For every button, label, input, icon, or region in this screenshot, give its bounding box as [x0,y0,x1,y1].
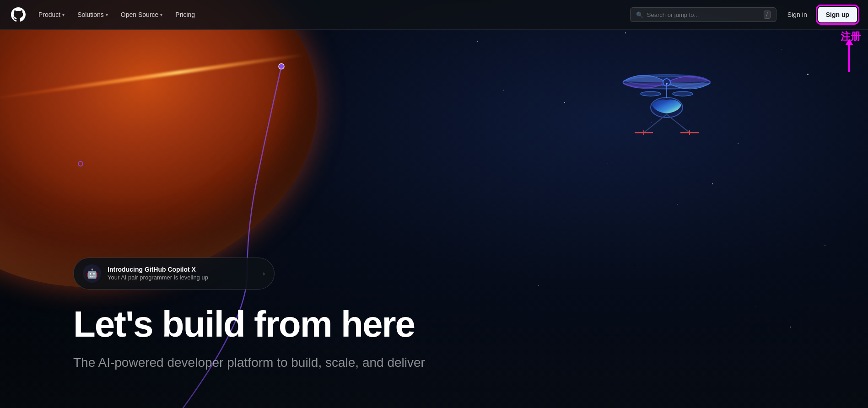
copilot-banner[interactable]: 🤖 Introducing GitHub Copilot X Your AI p… [73,258,275,290]
search-icon: 🔍 [636,11,643,18]
copilot-text: Introducing GitHub Copilot X Your AI pai… [108,266,256,281]
signin-button[interactable]: Sign in [782,7,813,22]
copilot-title: Introducing GitHub Copilot X [108,266,256,273]
svg-line-8 [644,114,667,133]
svg-point-17 [666,83,668,85]
nav-right: 🔍 / Sign in Sign up [630,7,857,22]
nav-product-label: Product [38,11,60,18]
nav-solutions-label: Solutions [77,11,104,18]
svg-point-15 [673,91,693,96]
nav-opensource-label: Open Source [121,11,159,18]
nav-pricing[interactable]: Pricing [170,7,200,22]
copilot-subtitle: Your AI pair programmer is leveling up [108,274,256,281]
svg-point-14 [641,91,661,96]
nav-product[interactable]: Product ▾ [33,7,70,22]
hero-content: 🤖 Introducing GitHub Copilot X Your AI p… [73,258,425,371]
hero-subheading: The AI-powered developer platform to bui… [73,354,425,371]
nav-opensource[interactable]: Open Source ▾ [115,7,168,22]
search-input[interactable] [647,11,760,18]
github-logo[interactable] [11,7,26,22]
annotation-arrow [848,44,850,72]
copilot-chevron-icon: › [263,270,265,277]
nav-solutions-chevron: ▾ [106,12,108,17]
hero-heading: Let's build from here [73,304,425,344]
drone-illustration [603,55,731,156]
signup-button[interactable]: Sign up [818,7,857,22]
annotation-overlay: 注册 [841,30,861,72]
nav-opensource-chevron: ▾ [160,12,162,17]
copilot-icon: 🤖 [83,264,101,283]
search-shortcut: / [764,11,771,19]
svg-line-9 [667,114,690,133]
nav-product-chevron: ▾ [62,12,65,17]
github-mark-icon [11,7,26,22]
nav-pricing-label: Pricing [175,11,195,18]
nav-solutions[interactable]: Solutions ▾ [72,7,113,22]
search-box[interactable]: 🔍 / [630,7,776,22]
nav-links: Product ▾ Solutions ▾ Open Source ▾ Pric… [33,7,630,22]
navbar: Product ▾ Solutions ▾ Open Source ▾ Pric… [0,0,868,30]
